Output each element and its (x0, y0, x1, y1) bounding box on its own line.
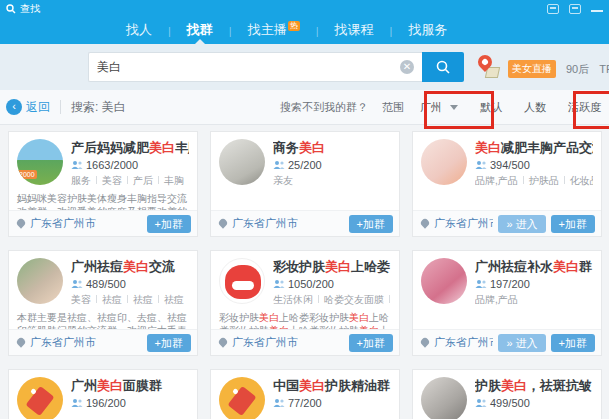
sort-default[interactable]: 默认 (480, 100, 502, 115)
members-icon (475, 160, 487, 170)
card-footer: 广东省广州市 » 进入 +加群 (413, 210, 601, 236)
map-pin-icon[interactable] (478, 55, 500, 81)
group-card[interactable]: 广州美白面膜群 196/200 » 进入 +加群 (8, 369, 198, 419)
member-count: 1663/2000 (86, 159, 138, 171)
join-group-button[interactable]: +加群 (147, 215, 191, 233)
member-count-row: 499/500 (475, 397, 593, 409)
group-tag: 产后 (133, 174, 164, 188)
location-row: 广东省广州市 (217, 335, 344, 350)
top-nav: 找人 | 找群 | 找主播热 | 找课程 | 找服务 (0, 18, 609, 44)
text-part: 本群主要是祛痘、祛痘印、去痘、祛痘印等肌肤问题的交流群，欢迎广大手青春痘、痤疮、… (17, 312, 187, 329)
group-card[interactable]: 2000 产后妈妈减肥美白丰胸 1663/2000 服务美容产后丰胸面膜… 妈妈… (8, 131, 198, 237)
group-card[interactable]: 护肤美白，祛斑抗皱 499/500 » 进入 +加群 (412, 369, 602, 419)
sort-activity[interactable]: 活跃度 (568, 100, 601, 115)
feedback-icon[interactable] (547, 4, 559, 14)
search-area: ✕ 美女直播 90后 TFBOYS (0, 44, 609, 90)
back-button[interactable]: ‹ 返回 (6, 99, 50, 116)
highlighted-keyword: 美白 (475, 140, 501, 155)
card-info: 产后妈妈减肥美白丰胸 1663/2000 服务美容产后丰胸面膜… (71, 139, 189, 188)
back-arrow-icon: ‹ (6, 99, 22, 115)
join-group-button[interactable]: +加群 (551, 215, 595, 233)
group-card[interactable]: 中国美白护肤精油群 77/200 » 进入 +加群 (210, 369, 400, 419)
chevron-down-icon (450, 105, 458, 110)
join-group-button[interactable]: +加群 (349, 334, 393, 352)
members-icon (475, 398, 487, 408)
enter-group-button[interactable]: » 进入 (498, 215, 545, 233)
sort-members[interactable]: 人数 (524, 100, 546, 115)
text-part: 护肤精油群 (325, 378, 390, 393)
minimize-button[interactable] (591, 4, 603, 14)
highlighted-keyword: 美白 (325, 259, 351, 274)
clear-icon[interactable]: ✕ (400, 60, 414, 74)
group-title: 广州祛痘补水美白群 (475, 258, 593, 275)
card-footer: 广东省广州市 » 进入 +加群 (413, 329, 601, 355)
group-tag: 美容 (102, 174, 133, 188)
group-card[interactable]: 广州祛痘补水美白群 197/200 品牌,产品 广东省广州市 » 进入 +加群 (412, 250, 602, 356)
member-count: 499/500 (490, 397, 530, 409)
highlighted-keyword: 美白 (501, 378, 527, 393)
window-titlebar: 查找 (0, 0, 609, 18)
location-row: 广东省广州市 (217, 216, 344, 231)
member-count-row: 489/500 (71, 278, 189, 290)
member-count: 197/200 (490, 278, 530, 290)
hot-words: 美女直播 90后 TFBOYS (508, 60, 609, 78)
group-avatar (219, 377, 265, 419)
group-tag: 品牌,产品 (475, 293, 518, 307)
search-input[interactable] (89, 60, 400, 74)
divider (60, 100, 61, 114)
scope-dropdown[interactable]: 广州 (414, 97, 464, 118)
card-footer: 广东省广州市 » 进入 +加群 (211, 210, 399, 236)
group-card[interactable]: 彩妆护肤美白上哈娄 1050/200 生活休闲哈娄交友面膜哈娄星… 彩妆护肤美白… (210, 250, 400, 356)
group-card[interactable]: 商务美白 25/200 亲友 广东省广州市 » 进入 +加群 (210, 131, 400, 237)
member-count: 25/200 (288, 159, 322, 171)
text-part: 广州祛痘 (71, 259, 123, 274)
card-info: 广州祛痘补水美白群 197/200 品牌,产品 (475, 258, 593, 307)
group-tag: 祛痘 (164, 293, 189, 307)
group-description: 妈妈咪美容护肤美体瘦身丰胸指导交流改善群，欢迎爱美的麻麻及想要改善的肌肤问的进群… (9, 188, 197, 210)
tag-list: 生活休闲哈娄交友面膜哈娄星… (273, 293, 391, 307)
hot-word[interactable]: TFBOYS (599, 63, 609, 75)
hot-word[interactable]: 90后 (566, 62, 589, 77)
location-pin-icon (217, 336, 228, 347)
location-text: 广东省广州市 (434, 216, 493, 231)
location-row: 广东省广州市 (15, 335, 142, 350)
group-tag: 化妆品 (570, 174, 593, 188)
search-button[interactable] (422, 52, 464, 82)
card-info: 广州祛痘美白交流 489/500 美容祛痘祛痘祛痘祛痘… (71, 258, 189, 307)
tab-find-course[interactable]: 找课程 (327, 18, 382, 44)
group-title: 美白减肥丰胸产品交流 (475, 139, 593, 156)
group-avatar (219, 139, 265, 185)
group-title: 彩妆护肤美白上哈娄 (273, 258, 391, 275)
search-term-label: 搜索: 美白 (71, 99, 126, 116)
group-results-grid: 2000 产后妈妈减肥美白丰胸 1663/2000 服务美容产后丰胸面膜… 妈妈… (0, 125, 609, 419)
text-part: 彩妆护肤 (219, 312, 259, 323)
member-count-row: 197/200 (475, 278, 593, 290)
tab-find-people[interactable]: 找人 (118, 18, 160, 44)
join-group-button[interactable]: +加群 (349, 215, 393, 233)
group-tag: 生活休闲 (273, 293, 324, 307)
join-group-button[interactable]: +加群 (147, 334, 191, 352)
tab-find-group[interactable]: 找群 (179, 18, 221, 44)
window-title: 查找 (20, 2, 40, 16)
enter-group-button[interactable]: » 进入 (498, 334, 545, 352)
text-part: ，祛斑抗皱 (527, 378, 592, 393)
card-footer: 广东省广州市 » 进入 +加群 (211, 329, 399, 355)
text-part: 妈妈咪美容护肤美体瘦身丰胸指导交流改善群，欢迎爱美的麻麻及想要改善的肌肤问的进群… (17, 193, 187, 210)
tag-list: 亲友 (273, 174, 391, 188)
tab-find-service[interactable]: 找服务 (400, 18, 455, 44)
settings-icon[interactable] (569, 4, 581, 14)
join-group-button[interactable]: +加群 (551, 334, 595, 352)
group-title: 广州美白面膜群 (71, 377, 189, 394)
card-top: 2000 产后妈妈减肥美白丰胸 1663/2000 服务美容产后丰胸面膜… (9, 132, 197, 188)
search-box: ✕ (88, 52, 422, 82)
group-card[interactable]: 美白减肥丰胸产品交流 394/500 品牌,产品护肤品化妆品香水… 广东省广州市… (412, 131, 602, 237)
location-text: 广东省广州市 (30, 216, 96, 231)
text-part: 丰胸 (175, 140, 189, 155)
group-card[interactable]: 广州祛痘美白交流 489/500 美容祛痘祛痘祛痘祛痘… 本群主要是祛痘、祛痘印… (8, 250, 198, 356)
member-count: 77/200 (288, 397, 322, 409)
cannot-find-group-link[interactable]: 搜索不到我的群？ (280, 100, 368, 115)
members-icon (273, 160, 285, 170)
live-badge[interactable]: 美女直播 (508, 60, 556, 78)
tab-find-streamer[interactable]: 找主播热 (240, 18, 308, 44)
group-tag: 丰胸 (164, 174, 189, 188)
